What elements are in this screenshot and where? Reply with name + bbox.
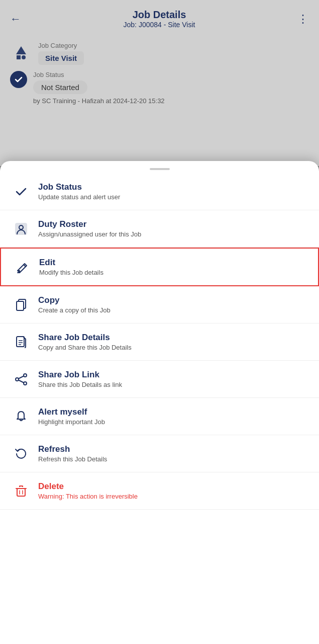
header-title-group: Job Details Job: J00084 - Site Visit (124, 9, 195, 29)
svg-line-12 (19, 376, 24, 378)
menu-text-edit: Edit Modify this Job details (39, 258, 103, 276)
menu-text-share-details: Share Job Details Copy and Share this Jo… (38, 333, 132, 351)
menu-text-job-status: Job Status Update status and alert user (38, 182, 120, 201)
bell-icon (12, 408, 30, 426)
job-category-row: Job Category Site Visit (10, 42, 309, 65)
status-check-icon (10, 71, 27, 88)
menu-item-share-details[interactable]: Share Job Details Copy and Share this Jo… (0, 324, 319, 361)
copy-icon (12, 296, 30, 314)
page-title: Job Details (124, 9, 195, 21)
status-badge: Not Started (33, 80, 87, 94)
svg-point-10 (24, 382, 27, 385)
page-subtitle: Job: J00084 - Site Visit (124, 21, 195, 29)
sheet-handle (0, 161, 319, 173)
category-label: Job Category (38, 42, 84, 49)
menu-item-job-status[interactable]: Job Status Update status and alert user (0, 173, 319, 210)
share-icon (12, 370, 30, 388)
menu-item-edit[interactable]: Edit Modify this Job details (0, 248, 319, 286)
menu-text-alert-myself: Alert myself Highlight important Job (38, 407, 105, 426)
back-button[interactable]: ← (10, 13, 21, 26)
svg-rect-14 (17, 489, 25, 496)
job-category-content: Job Category Site Visit (38, 42, 84, 65)
menu-item-refresh[interactable]: Refresh Refresh this Job Details (0, 435, 319, 472)
menu-item-share-link[interactable]: Share Job Link Share this Job Details as… (0, 361, 319, 398)
menu-item-duty-roster[interactable]: Duty Roster Assign/unassigned user for t… (0, 210, 319, 248)
menu-text-copy: Copy Create a copy of this Job (38, 295, 111, 314)
svg-rect-4 (17, 301, 24, 310)
svg-point-11 (16, 378, 19, 381)
job-info-section: Job Category Site Visit Job Status Not S… (0, 34, 319, 119)
background-screen: ← Job Details Job: J00084 - Site Visit ⋮… (0, 0, 319, 166)
person-icon (12, 220, 30, 238)
top-bar: ← Job Details Job: J00084 - Site Visit ⋮ (0, 0, 319, 34)
updated-by-text: by SC Training - Hafizah at 2024-12-20 1… (33, 97, 165, 105)
svg-rect-5 (17, 337, 24, 347)
svg-line-13 (19, 380, 24, 382)
svg-point-9 (24, 374, 27, 377)
menu-text-duty-roster: Duty Roster Assign/unassigned user for t… (38, 219, 141, 238)
share-doc-icon (12, 333, 30, 351)
pencil-icon (13, 258, 31, 276)
menu-item-alert-myself[interactable]: Alert myself Highlight important Job (0, 398, 319, 435)
menu-item-delete[interactable]: Delete Warning: This action is irreversi… (0, 472, 319, 510)
refresh-icon (12, 445, 30, 463)
job-status-content: Job Status Not Started by SC Training - … (33, 71, 165, 105)
category-badge: Site Visit (38, 51, 84, 65)
more-options-button[interactable]: ⋮ (297, 13, 309, 26)
job-status-row: Job Status Not Started by SC Training - … (10, 71, 309, 105)
trash-icon (12, 482, 30, 500)
bottom-sheet: Job Status Update status and alert user … (0, 161, 319, 644)
menu-text-delete: Delete Warning: This action is irreversi… (38, 481, 138, 500)
check-icon (12, 183, 30, 201)
menu-text-share-link: Share Job Link Share this Job Details as… (38, 370, 122, 388)
menu-item-copy[interactable]: Copy Create a copy of this Job (0, 286, 319, 324)
status-label: Job Status (33, 71, 165, 78)
handle-bar (150, 168, 170, 170)
category-icon (10, 42, 32, 64)
menu-text-refresh: Refresh Refresh this Job Details (38, 444, 107, 463)
